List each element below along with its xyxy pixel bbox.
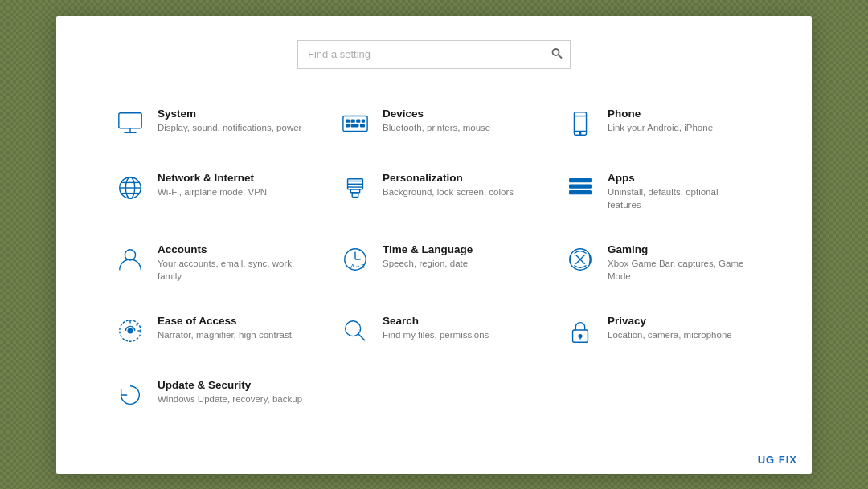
- watermark: UG FIX: [758, 454, 797, 466]
- access-icon: [114, 315, 146, 347]
- grid-empty-1: [330, 366, 538, 424]
- ease-title: Ease of Access: [158, 315, 292, 327]
- settings-window: System Display, sound, notifications, po…: [56, 16, 812, 474]
- svg-line-45: [137, 323, 139, 325]
- svg-point-43: [128, 328, 133, 333]
- devices-title: Devices: [383, 108, 490, 120]
- phone-desc: Link your Android, iPhone: [608, 121, 713, 134]
- accounts-title: Accounts: [158, 243, 304, 255]
- grid-empty-2: [555, 366, 764, 424]
- gaming-title: Gaming: [608, 243, 754, 255]
- setting-privacy[interactable]: Privacy Location, camera, microphone: [555, 302, 764, 360]
- svg-point-0: [553, 49, 559, 55]
- svg-rect-8: [357, 120, 360, 122]
- user-icon: [114, 243, 146, 275]
- search-title: Search: [383, 315, 489, 327]
- update-desc: Windows Update, recovery, backup: [158, 393, 302, 405]
- time-desc: Speech, region, date: [383, 257, 473, 270]
- search-desc: Find my files, permissions: [383, 328, 489, 341]
- devices-desc: Bluetooth, printers, mouse: [383, 121, 490, 134]
- search-input[interactable]: [297, 40, 571, 69]
- svg-rect-11: [351, 124, 358, 126]
- personalization-desc: Background, lock screen, colors: [383, 185, 514, 198]
- svg-rect-9: [362, 120, 365, 122]
- setting-search[interactable]: Search Find my files, permissions: [330, 302, 538, 360]
- system-title: System: [158, 108, 301, 120]
- search-setting-icon: [339, 315, 371, 347]
- setting-update[interactable]: Update & Security Windows Update, recove…: [104, 366, 313, 424]
- settings-grid: System Display, sound, notifications, po…: [104, 95, 764, 424]
- apps-desc: Uninstall, defaults, optional features: [608, 185, 754, 211]
- setting-network[interactable]: Network & Internet Wi-Fi, airplane mode,…: [104, 159, 313, 224]
- setting-apps[interactable]: Apps Uninstall, defaults, optional featu…: [555, 159, 764, 224]
- system-desc: Display, sound, notifications, power: [158, 121, 301, 134]
- setting-personalization[interactable]: Personalization Background, lock screen,…: [330, 159, 538, 224]
- search-bar-wrapper: [297, 40, 571, 69]
- accounts-desc: Your accounts, email, sync, work, family: [158, 257, 304, 283]
- svg-rect-6: [346, 120, 350, 122]
- svg-rect-12: [361, 124, 365, 126]
- svg-line-48: [358, 334, 366, 341]
- globe-icon: [114, 172, 146, 204]
- setting-system[interactable]: System Display, sound, notifications, po…: [104, 95, 313, 153]
- time-title: Time & Language: [383, 243, 473, 255]
- brush-icon: [339, 172, 371, 204]
- svg-point-47: [346, 321, 361, 336]
- privacy-title: Privacy: [608, 315, 732, 327]
- svg-point-16: [579, 132, 581, 134]
- setting-ease[interactable]: Ease of Access Narrator, magnifier, high…: [104, 302, 313, 360]
- apps-title: Apps: [608, 172, 754, 184]
- keyboard-icon: [339, 108, 371, 140]
- lock-icon: [564, 315, 596, 347]
- update-title: Update & Security: [158, 379, 302, 391]
- svg-rect-10: [346, 124, 350, 126]
- setting-accounts[interactable]: Accounts Your accounts, email, sync, wor…: [104, 230, 313, 295]
- svg-rect-2: [119, 112, 141, 128]
- xbox-icon: [564, 243, 596, 275]
- setting-phone[interactable]: Phone Link your Android, iPhone: [555, 95, 764, 153]
- update-icon: [114, 379, 146, 411]
- svg-text:A→Z: A→Z: [350, 263, 365, 270]
- svg-rect-5: [343, 116, 367, 131]
- apps-icon: [564, 172, 596, 204]
- phone-icon: [564, 108, 596, 140]
- svg-point-34: [125, 249, 135, 259]
- setting-devices[interactable]: Devices Bluetooth, printers, mouse: [330, 95, 538, 153]
- privacy-desc: Location, camera, microphone: [608, 328, 732, 341]
- network-title: Network & Internet: [158, 172, 267, 184]
- phone-title: Phone: [608, 108, 713, 120]
- setting-time[interactable]: A→Z Time & Language Speech, region, date: [330, 230, 538, 295]
- ease-desc: Narrator, magnifier, high contrast: [158, 328, 292, 341]
- personalization-title: Personalization: [383, 172, 514, 184]
- setting-gaming[interactable]: Gaming Xbox Game Bar, captures, Game Mod…: [555, 230, 764, 295]
- gaming-desc: Xbox Game Bar, captures, Game Mode: [608, 257, 754, 283]
- svg-rect-27: [352, 192, 358, 197]
- clock-icon: A→Z: [339, 243, 371, 275]
- svg-line-1: [559, 55, 562, 58]
- search-icon: [551, 47, 563, 61]
- svg-rect-7: [351, 120, 354, 122]
- monitor-icon: [114, 108, 146, 140]
- network-desc: Wi-Fi, airplane mode, VPN: [158, 185, 267, 198]
